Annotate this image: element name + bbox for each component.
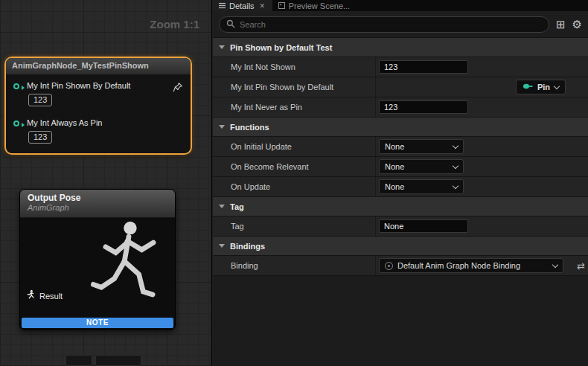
settings-gear-icon[interactable]: ⚙ bbox=[572, 19, 582, 30]
tab-details[interactable]: Details × bbox=[213, 0, 272, 11]
tab-label: Details bbox=[229, 1, 255, 10]
on-update-dropdown[interactable]: None bbox=[379, 179, 464, 194]
bind-arrows-icon[interactable]: ⇄ bbox=[577, 260, 585, 272]
pose-figure-icon bbox=[26, 289, 35, 303]
tab-preview-scene[interactable]: Preview Scene... bbox=[272, 0, 357, 11]
output-pose-node[interactable]: Output Pose AnimGraph bbox=[19, 189, 176, 330]
result-pin-label: Result bbox=[39, 292, 63, 301]
chevron-down-icon bbox=[219, 125, 225, 129]
property-row: Tag bbox=[213, 216, 588, 237]
property-label: My Int Not Shown bbox=[213, 62, 375, 71]
note-badge[interactable]: NOTE bbox=[22, 318, 173, 328]
property-value: Default Anim Graph Node Binding ⇄ bbox=[375, 256, 588, 275]
pin-visibility-icon[interactable] bbox=[173, 82, 183, 92]
node-title: Output Pose bbox=[28, 193, 167, 203]
pin-icon bbox=[523, 83, 533, 92]
property-row: My Int Not Shown bbox=[213, 57, 588, 77]
binding-icon bbox=[385, 262, 393, 270]
anim-graph-node-mytestpinshown[interactable]: AnimGraphNode_MyTestPinShown My Int Pin … bbox=[4, 57, 192, 155]
mannequin-image bbox=[84, 218, 173, 322]
category-title: Pin Shown by Default Test bbox=[230, 43, 332, 52]
preview-scene-icon bbox=[278, 2, 285, 9]
output-pose-body: Result bbox=[20, 218, 175, 319]
chevron-down-icon bbox=[453, 142, 458, 148]
int-pin-icon[interactable] bbox=[13, 121, 19, 126]
property-label: Binding bbox=[213, 261, 375, 270]
chevron-down-icon bbox=[219, 205, 225, 208]
property-value: None bbox=[375, 177, 588, 196]
property-label: Tag bbox=[213, 222, 375, 231]
offscreen-node[interactable] bbox=[65, 355, 92, 366]
details-icon bbox=[219, 2, 226, 9]
chevron-down-icon bbox=[219, 244, 225, 248]
category-title: Functions bbox=[230, 123, 269, 132]
property-value bbox=[375, 57, 588, 77]
details-toolbar: ⊞ ⚙ bbox=[213, 11, 588, 38]
tab-label: Preview Scene... bbox=[289, 1, 351, 10]
dropdown-value: None bbox=[385, 182, 404, 191]
dropdown-value: None bbox=[385, 142, 404, 151]
property-row: On Become Relevant None bbox=[213, 157, 588, 177]
dropdown-value: None bbox=[385, 162, 404, 171]
search-icon bbox=[226, 18, 235, 31]
close-icon[interactable]: × bbox=[258, 2, 266, 10]
category-title: Tag bbox=[230, 202, 244, 211]
property-value: None bbox=[375, 157, 588, 176]
property-row: Binding Default Anim Graph Node Binding … bbox=[213, 256, 588, 276]
display-filter-icon[interactable]: ⊞ bbox=[556, 19, 566, 30]
my-int-not-shown-input[interactable] bbox=[379, 60, 468, 74]
pin-label: My Int Pin Shown By Default bbox=[27, 81, 130, 90]
details-panel: Details × Preview Scene... ⊞ ⚙ bbox=[213, 0, 588, 366]
binding-dropdown[interactable]: Default Anim Graph Node Binding bbox=[379, 258, 563, 273]
pin-value-input[interactable]: 123 bbox=[28, 94, 52, 106]
property-value: None bbox=[375, 137, 588, 156]
chevron-down-icon bbox=[453, 182, 458, 188]
zoom-level-label: Zoom 1:1 bbox=[150, 18, 199, 30]
chevron-down-icon bbox=[554, 83, 560, 89]
property-value bbox=[375, 216, 588, 236]
search-box[interactable] bbox=[219, 16, 549, 33]
dropdown-value: Default Anim Graph Node Binding bbox=[397, 261, 549, 270]
category-title: Bindings bbox=[230, 242, 265, 251]
property-label: My Int Never as Pin bbox=[213, 103, 375, 112]
category-pin-shown-by-default-test[interactable]: Pin Shown by Default Test bbox=[213, 38, 588, 57]
tag-input[interactable] bbox=[379, 219, 468, 233]
chevron-down-icon bbox=[219, 45, 225, 49]
property-label: On Become Relevant bbox=[213, 162, 375, 171]
category-bindings[interactable]: Bindings bbox=[213, 237, 588, 256]
category-functions[interactable]: Functions bbox=[213, 118, 588, 137]
offscreen-node[interactable] bbox=[95, 355, 141, 366]
anim-graph-editor[interactable]: Zoom 1:1 AnimGraphNode_MyTestPinShown My… bbox=[0, 0, 212, 366]
pin-label: My Int Always As Pin bbox=[27, 118, 102, 127]
pin-button-label: Pin bbox=[537, 83, 550, 92]
on-initial-update-dropdown[interactable]: None bbox=[379, 139, 464, 154]
pin-dropdown-button[interactable]: Pin bbox=[516, 80, 566, 94]
property-value bbox=[375, 97, 588, 117]
pin-value-input[interactable]: 123 bbox=[28, 131, 52, 144]
property-value: Pin bbox=[375, 77, 588, 97]
property-row: My Int Pin Shown by Default Pin bbox=[213, 77, 588, 97]
on-become-relevant-dropdown[interactable]: None bbox=[379, 159, 464, 174]
node-title[interactable]: AnimGraphNode_MyTestPinShown bbox=[6, 58, 191, 74]
tab-bar: Details × Preview Scene... bbox=[213, 0, 588, 11]
my-int-never-as-pin-input[interactable] bbox=[379, 100, 468, 114]
property-row: On Initial Update None bbox=[213, 137, 588, 157]
property-label: On Update bbox=[213, 182, 375, 191]
property-list: Pin Shown by Default Test My Int Not Sho… bbox=[213, 38, 588, 366]
result-pose-pin[interactable]: Result bbox=[26, 289, 63, 303]
property-label: On Initial Update bbox=[213, 142, 375, 151]
output-pose-header[interactable]: Output Pose AnimGraph bbox=[20, 190, 175, 218]
chevron-down-icon bbox=[453, 162, 458, 168]
node-subtitle: AnimGraph bbox=[28, 203, 167, 212]
chevron-down-icon bbox=[552, 261, 558, 267]
property-row: My Int Never as Pin bbox=[213, 97, 588, 118]
int-pin-icon[interactable] bbox=[13, 83, 19, 89]
property-label: My Int Pin Shown by Default bbox=[213, 83, 375, 92]
property-row: On Update None bbox=[213, 177, 588, 197]
category-tag[interactable]: Tag bbox=[213, 197, 588, 216]
unreal-editor-window: Zoom 1:1 AnimGraphNode_MyTestPinShown My… bbox=[0, 0, 588, 366]
search-input[interactable] bbox=[240, 20, 542, 29]
